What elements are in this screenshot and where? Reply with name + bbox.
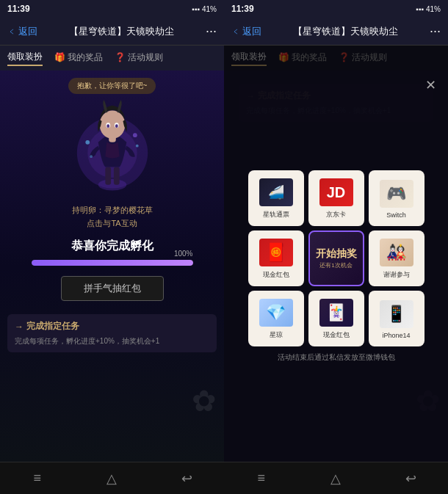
right-gift-icon: 🎁: [278, 52, 289, 62]
left-chevron-icon: ﹤: [7, 25, 17, 38]
svg-point-13: [90, 155, 93, 158]
crystal-visual: 💎: [259, 299, 293, 327]
svg-rect-3: [105, 167, 111, 184]
switch-prize-image: 🎮: [379, 178, 414, 210]
svg-point-2: [98, 179, 126, 190]
left-mission-title-text: 完成指定任务: [26, 320, 79, 333]
left-time: 11:39: [7, 4, 30, 14]
svg-point-12: [135, 144, 138, 147]
right-back-nav-button[interactable]: ↩: [396, 464, 425, 493]
red-packet1-prize-image: 🧧: [259, 236, 294, 269]
left-sub-nav: 领取装扮 🎁 我的奖品 ❓ 活动规则: [0, 46, 224, 70]
iphone14-label: iPhone14: [382, 332, 410, 339]
left-nav-title: 【星穹铁道】天镜映劫尘: [37, 25, 206, 38]
watermark: ✿: [192, 384, 217, 418]
left-mission-desc: 完成每项任务，孵化进度+10%，抽奖机会+1: [15, 335, 209, 346]
rail-ticket-label: 星轨通票: [263, 210, 289, 219]
jd-card-prize-image: JD: [319, 176, 354, 208]
right-tab-rules-label: 活动规则: [352, 51, 387, 64]
right-bottom-nav: ≡ △ ↩: [224, 462, 448, 494]
iphone14-visual: 📱: [380, 300, 413, 328]
left-tab-collect-label: 领取装扮: [7, 51, 43, 63]
character-desc-line2: 点击与TA互动: [72, 217, 153, 230]
svg-point-9: [106, 124, 109, 128]
progress-bar-fill: [32, 260, 193, 266]
thanks-label: 谢谢参与: [383, 270, 410, 280]
char-card-prize-image: 🃏: [319, 297, 354, 329]
left-mission-title: → 完成指定任务: [15, 320, 209, 333]
left-tab-collect[interactable]: 领取装扮: [7, 51, 43, 66]
right-home-button[interactable]: △: [321, 464, 350, 493]
signal-icon: ▪▪▪: [192, 5, 200, 13]
right-menu-button[interactable]: ≡: [247, 464, 276, 493]
right-phone-panel: 11:39 ▪▪▪ 41% ﹤ 返回 【星穹铁道】天镜映劫尘 ··· 领取装扮 …: [224, 0, 448, 494]
iphone14-prize-image: 📱: [379, 298, 414, 330]
left-more-button[interactable]: ···: [206, 23, 217, 39]
character-section: 抱歉，让你等很了吧~: [0, 70, 224, 308]
right-nav-title: 【星穹铁道】天镜映劫尘: [261, 25, 430, 38]
lottery-close-button[interactable]: ✕: [422, 76, 439, 94]
lottery-cell-crystal[interactable]: 💎 星琼: [248, 291, 304, 346]
thanks-visual: 🎎: [380, 239, 413, 266]
center-draw-sub-label: 还有1次机会: [319, 261, 352, 269]
thanks-prize-image: 🎎: [379, 236, 414, 269]
right-tab-rules: ❓ 活动规则: [339, 51, 387, 65]
right-tab-collect-label: 领取装扮: [231, 51, 267, 63]
switch-label: Switch: [386, 211, 406, 219]
lottery-cell-iphone14[interactable]: 📱 iPhone14: [369, 291, 424, 346]
lottery-cell-rail-ticket[interactable]: 🚄 星轨通票: [248, 170, 304, 226]
left-mission-arrow-icon: →: [15, 322, 24, 332]
right-back-button[interactable]: ﹤ 返回: [231, 25, 261, 38]
svg-point-6: [99, 110, 125, 139]
right-status-bar: 11:39 ▪▪▪ 41%: [224, 0, 448, 18]
left-menu-button[interactable]: ≡: [23, 464, 52, 493]
lottery-cell-thanks[interactable]: 🎎 谢谢参与: [369, 230, 424, 286]
right-content-area: → 完成指定任务 完成每项任务，孵化进度+10%，抽奖机会+1 ✕ 🚄: [224, 70, 448, 462]
lottery-overlay: ✕ 🚄 星轨通票 JD 京东卡: [224, 70, 448, 462]
right-status-icons: ▪▪▪ 41%: [416, 5, 441, 13]
char-card-label: 现金红包: [323, 330, 350, 340]
lottery-cell-center-draw[interactable]: 开始抽奖 还有1次机会: [308, 230, 364, 286]
lottery-note: 活动结束后通过私信发放至微博钱包: [263, 352, 410, 363]
left-tab-my-prizes[interactable]: 🎁 我的奖品: [54, 51, 103, 65]
left-back-nav-button[interactable]: ↩: [172, 464, 201, 493]
character-desc: 持明卵：寻梦的樱花草 点击与TA互动: [72, 204, 153, 230]
left-tab-rules-label: 活动规则: [128, 51, 163, 64]
lottery-cell-jd-card[interactable]: JD 京东卡: [308, 170, 364, 226]
jd-card-visual: JD: [319, 178, 353, 206]
left-mission-section: → 完成指定任务 完成每项任务，孵化进度+10%，抽奖机会+1: [7, 314, 217, 352]
right-chevron-icon: ﹤: [231, 25, 241, 38]
left-bottom-nav: ≡ △ ↩: [0, 462, 224, 494]
lottery-grid: 🚄 星轨通票 JD 京东卡 🎮 Swit: [248, 170, 424, 346]
right-tab-my-prizes-label: 我的奖品: [292, 51, 327, 64]
red-packet1-visual: 🧧: [259, 239, 293, 266]
lottery-cell-switch[interactable]: 🎮 Switch: [369, 170, 424, 226]
lottery-cell-red-packet1[interactable]: 🧧 现金红包: [248, 230, 304, 286]
lottery-cell-char-card[interactable]: 🃏 现金红包: [308, 291, 364, 346]
progress-bar-bg: [32, 260, 193, 266]
rail-ticket-prize-image: 🚄: [259, 176, 294, 208]
right-signal-icon: ▪▪▪: [416, 5, 424, 13]
right-question-icon: ❓: [339, 52, 350, 62]
left-back-button[interactable]: ﹤ 返回: [7, 25, 37, 38]
left-phone-panel: 11:39 ▪▪▪ 41% ﹤ 返回 【星穹铁道】天镜映劫尘 ··· 领取装扮 …: [0, 0, 224, 494]
left-status-bar: 11:39 ▪▪▪ 41%: [0, 0, 224, 18]
char-card-visual: 🃏: [319, 299, 353, 327]
battery-icon: 41%: [202, 5, 217, 13]
left-back-label: 返回: [18, 25, 37, 38]
progress-label: 100%: [174, 250, 193, 258]
right-tab-collect: 领取装扮: [231, 51, 267, 66]
congrats-text: 恭喜你完成孵化: [71, 239, 153, 254]
character-image[interactable]: [61, 98, 164, 200]
right-nav-bar: ﹤ 返回 【星穹铁道】天镜映劫尘 ···: [224, 18, 448, 46]
left-tab-rules[interactable]: ❓ 活动规则: [115, 51, 163, 65]
right-back-label: 返回: [242, 25, 261, 38]
rail-ticket-visual: 🚄: [259, 178, 293, 206]
red-packet-button[interactable]: 拼手气抽红包: [61, 276, 164, 301]
svg-rect-4: [113, 167, 119, 184]
left-tab-my-prizes-label: 我的奖品: [68, 51, 103, 64]
left-home-button[interactable]: △: [97, 464, 126, 493]
right-more-button[interactable]: ···: [430, 23, 441, 39]
gift-icon: 🎁: [54, 52, 65, 62]
right-time: 11:39: [231, 4, 254, 14]
